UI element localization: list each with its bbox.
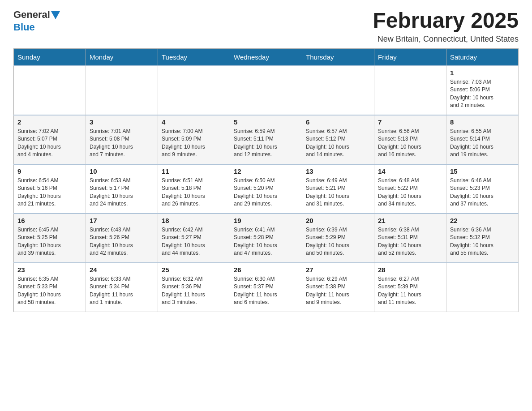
calendar-cell: 22Sunrise: 6:36 AM Sunset: 5:32 PM Dayli…	[446, 214, 519, 263]
calendar: SundayMondayTuesdayWednesdayThursdayFrid…	[13, 48, 519, 313]
day-number: 18	[162, 217, 226, 224]
day-number: 11	[162, 167, 226, 175]
day-number: 2	[17, 118, 82, 126]
logo-blue-text: Blue	[13, 21, 35, 33]
calendar-week-row: 16Sunrise: 6:45 AM Sunset: 5:25 PM Dayli…	[14, 214, 519, 263]
day-info: Sunrise: 6:46 AM Sunset: 5:23 PM Dayligh…	[450, 177, 515, 208]
day-info: Sunrise: 6:55 AM Sunset: 5:14 PM Dayligh…	[450, 128, 515, 159]
day-info: Sunrise: 6:51 AM Sunset: 5:18 PM Dayligh…	[162, 177, 226, 208]
calendar-cell: 4Sunrise: 7:00 AM Sunset: 5:09 PM Daylig…	[158, 115, 230, 164]
column-header-friday: Friday	[374, 48, 446, 66]
calendar-cell	[446, 263, 519, 312]
day-info: Sunrise: 6:43 AM Sunset: 5:26 PM Dayligh…	[90, 226, 154, 257]
day-number: 4	[162, 118, 226, 126]
day-number: 27	[306, 266, 370, 274]
calendar-cell: 5Sunrise: 6:59 AM Sunset: 5:11 PM Daylig…	[230, 115, 302, 164]
day-number: 3	[90, 118, 154, 126]
column-header-saturday: Saturday	[446, 48, 519, 66]
calendar-cell: 12Sunrise: 6:50 AM Sunset: 5:20 PM Dayli…	[230, 164, 302, 214]
day-info: Sunrise: 6:56 AM Sunset: 5:13 PM Dayligh…	[378, 128, 442, 159]
day-number: 26	[234, 266, 298, 274]
day-info: Sunrise: 7:00 AM Sunset: 5:09 PM Dayligh…	[162, 128, 226, 159]
calendar-cell: 27Sunrise: 6:29 AM Sunset: 5:38 PM Dayli…	[302, 263, 374, 312]
day-number: 16	[17, 217, 82, 224]
calendar-cell: 13Sunrise: 6:49 AM Sunset: 5:21 PM Dayli…	[302, 164, 374, 214]
calendar-header-row: SundayMondayTuesdayWednesdayThursdayFrid…	[14, 48, 519, 66]
day-number: 17	[90, 217, 154, 224]
calendar-cell	[86, 66, 158, 115]
calendar-cell: 24Sunrise: 6:33 AM Sunset: 5:34 PM Dayli…	[86, 263, 158, 312]
day-number: 8	[450, 118, 515, 126]
column-header-wednesday: Wednesday	[230, 48, 302, 66]
day-info: Sunrise: 6:42 AM Sunset: 5:27 PM Dayligh…	[162, 226, 226, 257]
calendar-week-row: 1Sunrise: 7:03 AM Sunset: 5:06 PM Daylig…	[14, 66, 519, 115]
day-info: Sunrise: 6:36 AM Sunset: 5:32 PM Dayligh…	[450, 226, 515, 257]
day-number: 10	[90, 167, 154, 175]
calendar-cell: 8Sunrise: 6:55 AM Sunset: 5:14 PM Daylig…	[446, 115, 519, 164]
day-info: Sunrise: 6:38 AM Sunset: 5:31 PM Dayligh…	[378, 226, 442, 257]
calendar-cell: 7Sunrise: 6:56 AM Sunset: 5:13 PM Daylig…	[374, 115, 446, 164]
calendar-cell: 14Sunrise: 6:48 AM Sunset: 5:22 PM Dayli…	[374, 164, 446, 214]
day-info: Sunrise: 6:29 AM Sunset: 5:38 PM Dayligh…	[306, 275, 370, 307]
column-header-thursday: Thursday	[302, 48, 374, 66]
calendar-cell	[14, 66, 86, 115]
subtitle: New Britain, Connecticut, United States	[373, 34, 519, 44]
day-info: Sunrise: 6:50 AM Sunset: 5:20 PM Dayligh…	[234, 177, 298, 208]
day-number: 24	[90, 266, 154, 274]
day-info: Sunrise: 6:33 AM Sunset: 5:34 PM Dayligh…	[90, 275, 154, 307]
calendar-cell: 20Sunrise: 6:39 AM Sunset: 5:29 PM Dayli…	[302, 214, 374, 263]
logo-triangle-icon	[51, 11, 60, 19]
day-number: 25	[162, 266, 226, 274]
day-info: Sunrise: 6:35 AM Sunset: 5:33 PM Dayligh…	[17, 275, 82, 307]
calendar-cell	[158, 66, 230, 115]
day-number: 23	[17, 266, 82, 274]
day-info: Sunrise: 6:41 AM Sunset: 5:28 PM Dayligh…	[234, 226, 298, 257]
calendar-week-row: 23Sunrise: 6:35 AM Sunset: 5:33 PM Dayli…	[14, 263, 519, 312]
day-info: Sunrise: 6:59 AM Sunset: 5:11 PM Dayligh…	[234, 128, 298, 159]
calendar-cell: 9Sunrise: 6:54 AM Sunset: 5:16 PM Daylig…	[14, 164, 86, 214]
day-number: 21	[378, 217, 442, 224]
day-number: 9	[17, 167, 82, 175]
title-area: February 2025 New Britain, Connecticut, …	[373, 9, 519, 44]
calendar-cell: 10Sunrise: 6:53 AM Sunset: 5:17 PM Dayli…	[86, 164, 158, 214]
day-info: Sunrise: 6:39 AM Sunset: 5:29 PM Dayligh…	[306, 226, 370, 257]
day-number: 7	[378, 118, 442, 126]
day-info: Sunrise: 6:27 AM Sunset: 5:39 PM Dayligh…	[378, 275, 442, 307]
column-header-monday: Monday	[86, 48, 158, 66]
day-info: Sunrise: 7:03 AM Sunset: 5:06 PM Dayligh…	[450, 78, 515, 110]
day-number: 12	[234, 167, 298, 175]
calendar-cell: 17Sunrise: 6:43 AM Sunset: 5:26 PM Dayli…	[86, 214, 158, 263]
calendar-cell: 11Sunrise: 6:51 AM Sunset: 5:18 PM Dayli…	[158, 164, 230, 214]
day-number: 28	[378, 266, 442, 274]
calendar-cell: 26Sunrise: 6:30 AM Sunset: 5:37 PM Dayli…	[230, 263, 302, 312]
header: General Blue February 2025 New Britain, …	[13, 9, 519, 44]
calendar-week-row: 9Sunrise: 6:54 AM Sunset: 5:16 PM Daylig…	[14, 164, 519, 214]
day-number: 20	[306, 217, 370, 224]
day-number: 14	[378, 167, 442, 175]
calendar-cell: 6Sunrise: 6:57 AM Sunset: 5:12 PM Daylig…	[302, 115, 374, 164]
calendar-cell	[230, 66, 302, 115]
day-number: 19	[234, 217, 298, 224]
day-number: 5	[234, 118, 298, 126]
calendar-cell: 18Sunrise: 6:42 AM Sunset: 5:27 PM Dayli…	[158, 214, 230, 263]
logo-general-text: General	[13, 9, 50, 21]
calendar-cell: 16Sunrise: 6:45 AM Sunset: 5:25 PM Dayli…	[14, 214, 86, 263]
day-info: Sunrise: 6:57 AM Sunset: 5:12 PM Dayligh…	[306, 128, 370, 159]
day-info: Sunrise: 6:53 AM Sunset: 5:17 PM Dayligh…	[90, 177, 154, 208]
calendar-cell: 15Sunrise: 6:46 AM Sunset: 5:23 PM Dayli…	[446, 164, 519, 214]
day-number: 22	[450, 217, 515, 224]
day-number: 1	[450, 69, 515, 77]
calendar-cell: 25Sunrise: 6:32 AM Sunset: 5:36 PM Dayli…	[158, 263, 230, 312]
calendar-week-row: 2Sunrise: 7:02 AM Sunset: 5:07 PM Daylig…	[14, 115, 519, 164]
calendar-cell: 3Sunrise: 7:01 AM Sunset: 5:08 PM Daylig…	[86, 115, 158, 164]
day-number: 15	[450, 167, 515, 175]
calendar-cell: 2Sunrise: 7:02 AM Sunset: 5:07 PM Daylig…	[14, 115, 86, 164]
day-info: Sunrise: 7:02 AM Sunset: 5:07 PM Dayligh…	[17, 128, 82, 159]
day-number: 13	[306, 167, 370, 175]
day-info: Sunrise: 6:48 AM Sunset: 5:22 PM Dayligh…	[378, 177, 442, 208]
page-title: February 2025	[373, 9, 519, 33]
calendar-cell: 28Sunrise: 6:27 AM Sunset: 5:39 PM Dayli…	[374, 263, 446, 312]
calendar-cell	[302, 66, 374, 115]
day-info: Sunrise: 6:54 AM Sunset: 5:16 PM Dayligh…	[17, 177, 82, 208]
calendar-cell	[374, 66, 446, 115]
